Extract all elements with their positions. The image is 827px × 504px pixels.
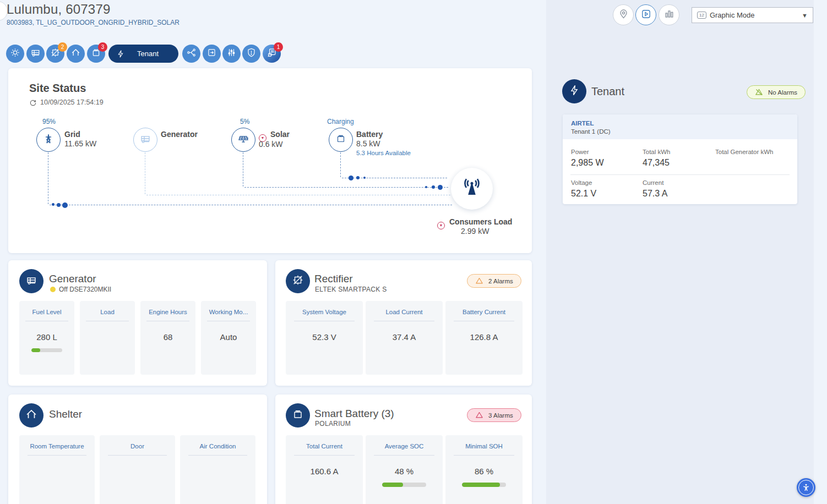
smart-battery-model: POLARIUM (315, 420, 351, 428)
toolbar-generator-button[interactable] (26, 45, 45, 63)
toolbar-security-button[interactable] (242, 45, 260, 63)
battery-icon (291, 408, 304, 423)
accessibility-button[interactable] (797, 478, 815, 497)
toolbar-shelter-button[interactable] (67, 45, 85, 63)
statistics-button[interactable] (659, 4, 679, 25)
grid-flow-line (48, 152, 48, 204)
lightning-bolt-icon (568, 84, 580, 98)
live-view-button[interactable] (635, 4, 656, 25)
generator-engine-hours-tile[interactable]: Engine Hours 68 (140, 301, 195, 375)
solar-flow-line (243, 152, 243, 187)
antenna-icon (461, 177, 483, 201)
consumers-load-node[interactable] (451, 168, 493, 210)
flow-dot (62, 202, 68, 208)
solar-flow-line (244, 187, 448, 188)
generator-model: DSE7320MKII (69, 286, 111, 293)
consumers-load-value: 2.99 kW (461, 227, 489, 235)
solar-node[interactable] (231, 128, 255, 152)
battery-minimal-soh-tile[interactable]: Minimal SOH 86 % (445, 435, 523, 504)
map-location-button[interactable] (613, 4, 634, 25)
lightning-bolt-icon (116, 50, 125, 58)
flow-dot (356, 176, 360, 179)
page-subtitle: 8003983, TL_UG_OUTDOOR_ONGRID_HYBRID_SOL… (7, 19, 179, 26)
toolbar-tenant-button[interactable]: Tenant (108, 45, 178, 63)
consumers-load-label: Consumers Load (449, 217, 512, 226)
tenant-name: Tenant 1 (DC) (571, 128, 789, 135)
tenant-metric: Voltage 52.1 V (571, 179, 596, 199)
solar-value: 0.6 kW (259, 140, 283, 149)
generator-flow-line (145, 152, 145, 194)
tenant-metric: Power 2,985 W (571, 149, 604, 168)
shelter-air-condition-tile[interactable]: Air Condition (180, 435, 255, 504)
rectifier-model: ELTEK SMARTPACK S (315, 286, 387, 293)
rectifier-battery-current-tile[interactable]: Battery Current 126.8 A (445, 301, 523, 375)
solar-percent: 5% (240, 118, 249, 125)
average-soc-progress-bar (382, 483, 426, 487)
rectifier-icon (292, 274, 304, 288)
generator-status-line: Off DSE7320MKII (50, 286, 111, 293)
shelter-card-title: Shelter (49, 408, 82, 420)
house-icon (70, 47, 81, 60)
tenant-metric: Current 57.3 A (643, 179, 667, 199)
rectifier-card-icon (286, 269, 310, 293)
rectifier-system-voltage-tile[interactable]: System Voltage 52.3 V (286, 301, 363, 375)
solar-panel-icon (237, 132, 250, 147)
sun-icon (10, 47, 20, 60)
mode-label: Graphic Mode (710, 11, 802, 19)
grid-value: 11.65 kW (64, 139, 96, 148)
battery-hours-available: 5.3 Hours Available (356, 150, 411, 156)
rectifier-alarm-count-badge[interactable]: 2 (58, 42, 67, 52)
tenant-alarm-label: No Alarms (768, 89, 797, 96)
toolbar-solar-button[interactable] (6, 45, 24, 63)
battery-node[interactable] (329, 128, 353, 152)
battery-average-soc-tile[interactable]: Average SOC 48 % (366, 435, 443, 504)
toolbar-controls-button[interactable] (222, 45, 241, 63)
shelter-card-icon (19, 403, 43, 428)
flow-dot (438, 185, 443, 190)
reports-alarm-count-badge[interactable]: 1 (274, 42, 283, 52)
flow-dot (425, 186, 427, 188)
tenant-card[interactable]: AIRTEL Tenant 1 (DC) Power 2,985 W Total… (563, 114, 797, 204)
smart-battery-alarms-badge[interactable]: 3 Alarms (467, 408, 521, 422)
battery-total-current-tile[interactable]: Total Current 160.6 A (286, 435, 363, 504)
tenant-operator: AIRTEL (571, 120, 789, 127)
battery-status: Charging (327, 118, 354, 125)
generator-icon (139, 132, 152, 147)
warning-triangle-icon (475, 411, 483, 419)
generator-card-title: Generator (49, 273, 96, 285)
generator-load-tile[interactable]: Load (80, 301, 135, 375)
shelter-room-temperature-tile[interactable]: Room Temperature (19, 435, 95, 504)
battery-alarm-count-badge[interactable]: 3 (98, 42, 107, 52)
chevron-down-icon: ▼ (802, 12, 808, 19)
shelter-door-tile[interactable]: Door (100, 435, 175, 504)
rectifier-alarms-badge[interactable]: 2 Alarms (467, 274, 521, 288)
warning-triangle-icon (475, 277, 483, 285)
site-status-timestamp: 10/09/2025 17:54:19 (40, 98, 104, 106)
smart-battery-alarm-label: 3 Alarms (488, 412, 513, 419)
minimal-soh-progress-bar (462, 483, 506, 487)
generator-fuel-tile[interactable]: Fuel Level 280 L (19, 301, 74, 375)
grid-percent: 95% (42, 118, 56, 125)
location-pin-icon (618, 9, 629, 21)
grid-node[interactable] (36, 128, 61, 152)
alarm-off-icon (755, 88, 763, 96)
flow-branch-icon (186, 47, 197, 60)
generator-icon (25, 273, 38, 289)
grid-label: Grid (64, 130, 80, 139)
toolbar-transfer-button[interactable] (203, 45, 221, 63)
flow-dot (349, 176, 353, 180)
generator-flow-line (146, 195, 450, 195)
refresh-icon[interactable] (29, 99, 37, 109)
status-dot-off (50, 287, 56, 292)
generator-working-mode-tile[interactable]: Working Mo... Auto (201, 301, 256, 375)
shield-exclamation-icon (246, 47, 257, 60)
rectifier-alarm-label: 2 Alarms (488, 278, 513, 284)
generator-node[interactable] (133, 128, 157, 152)
rectifier-load-current-tile[interactable]: Load Current 37.4 A (366, 301, 443, 375)
smart-battery-card-icon (286, 403, 310, 428)
toolbar-distribution-button[interactable] (182, 45, 200, 63)
tenant-card-header: AIRTEL Tenant 1 (DC) (563, 114, 797, 139)
tenant-no-alarms-badge[interactable]: No Alarms (747, 85, 806, 99)
view-mode-dropdown[interactable]: 12 Graphic Mode ▼ (692, 7, 813, 23)
play-icon (641, 9, 651, 21)
